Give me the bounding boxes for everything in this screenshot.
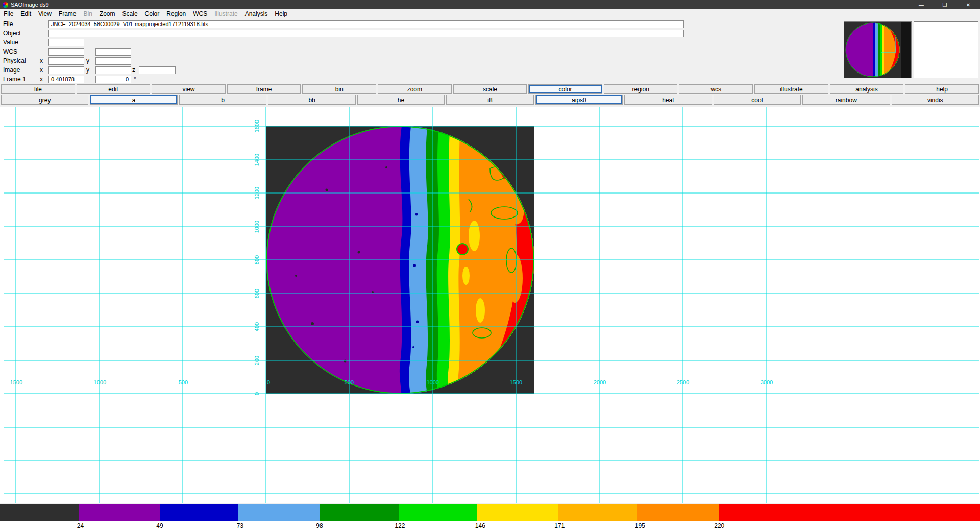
colormap-cool-button[interactable]: cool: [714, 95, 801, 105]
toolbar-zoom-button[interactable]: zoom: [378, 84, 452, 94]
y-axis-label: 800: [254, 255, 260, 264]
colormap-bb-button[interactable]: bb: [268, 95, 355, 105]
frame-x-input[interactable]: [48, 76, 84, 83]
toolbar-bin-button[interactable]: bin: [302, 84, 376, 94]
colormap-heat-button[interactable]: heat: [624, 95, 712, 105]
colorbar-segment[interactable]: [719, 504, 980, 521]
toolbar-file-button[interactable]: file: [1, 84, 75, 94]
app-icon: [3, 2, 8, 8]
panner[interactable]: [844, 21, 912, 78]
colorbar-ticks: 24 49 73 98 122 146 171 195 220: [0, 521, 980, 531]
close-button[interactable]: ✕: [957, 0, 980, 9]
object-input[interactable]: [48, 30, 684, 37]
x-axis-label: -500: [177, 379, 188, 385]
panner-thumbnail: [844, 22, 911, 78]
menu-file[interactable]: File: [0, 10, 17, 17]
colormap-a-button[interactable]: a: [90, 95, 177, 105]
menu-bar: File Edit View Frame Bin Zoom Scale Colo…: [0, 9, 980, 18]
colorbar-tick: 195: [635, 522, 645, 529]
toolbar-view-button[interactable]: view: [152, 84, 226, 94]
colorbar-segment[interactable]: [160, 504, 239, 521]
colorbar-tick: 98: [316, 522, 323, 529]
y-axis-label: 1400: [254, 154, 260, 166]
wcs-delta-input[interactable]: [95, 48, 131, 56]
colorbar-tick: 24: [77, 522, 84, 529]
object-label: Object: [0, 30, 38, 37]
colormap-i8-button[interactable]: i8: [446, 95, 533, 105]
maximize-button[interactable]: ❐: [933, 0, 957, 9]
colorbar-tick: 146: [475, 522, 485, 529]
toolbar-analysis-button[interactable]: analysis: [830, 84, 904, 94]
toolbar-frame-button[interactable]: frame: [227, 84, 301, 94]
colorbar-tick: 220: [714, 522, 724, 529]
y-axis-labels: 1600 1400 1200 1000 800 600 400 200 0: [254, 120, 260, 395]
colorbar[interactable]: [0, 504, 980, 521]
menu-color[interactable]: Color: [141, 10, 163, 17]
image-z-input[interactable]: [139, 66, 176, 74]
x-axis-label: 2000: [594, 379, 606, 385]
colorbar-segment[interactable]: [238, 504, 320, 521]
x-axis-label: 1500: [510, 379, 522, 385]
menu-zoom[interactable]: Zoom: [96, 10, 119, 17]
colormap-viridis-button[interactable]: viridis: [892, 95, 979, 105]
toolbar-illustrate-button[interactable]: illustrate: [754, 84, 828, 94]
toolbar-scale-button[interactable]: scale: [453, 84, 527, 94]
frame-y-input[interactable]: [95, 76, 131, 83]
magnifier[interactable]: [914, 21, 978, 78]
colorbar-tick: 73: [237, 522, 243, 529]
colorbar-segment[interactable]: [399, 504, 477, 521]
colorbar-segment[interactable]: [637, 504, 719, 521]
colorbar-segment[interactable]: [0, 504, 79, 521]
physical-label: Physical: [0, 57, 38, 64]
y-axis-label: 200: [254, 356, 260, 365]
colormap-rainbow-button[interactable]: rainbow: [802, 95, 890, 105]
image-viewer[interactable]: -1500 -1000 -500 0 500 1000 1500 2000 25…: [0, 107, 980, 503]
image-x-label: x: [38, 66, 48, 74]
physical-y-input[interactable]: [95, 57, 131, 65]
value-input[interactable]: [48, 39, 84, 46]
toolbar-region-button[interactable]: region: [604, 84, 678, 94]
x-axis-label: 2500: [677, 379, 689, 385]
info-panel: File Object Value WCS Physical x y: [0, 18, 980, 84]
physical-y-label: y: [84, 57, 95, 64]
menu-scale[interactable]: Scale: [119, 10, 141, 17]
colorbar-segment[interactable]: [558, 504, 637, 521]
image-y-label: y: [84, 66, 95, 74]
minimize-button[interactable]: —: [910, 0, 933, 9]
menu-illustrate: Illustrate: [211, 10, 241, 17]
x-axis-label: 500: [345, 379, 354, 385]
title-bar: SAOImage ds9 — ❐ ✕: [0, 0, 980, 9]
menu-view[interactable]: View: [35, 10, 55, 17]
y-axis-label: 1600: [254, 120, 260, 132]
menu-region[interactable]: Region: [163, 10, 189, 17]
menu-analysis[interactable]: Analysis: [241, 10, 272, 17]
y-axis-label: 0: [254, 392, 260, 395]
image-label: Image: [0, 66, 38, 74]
wcs-alpha-input[interactable]: [48, 48, 84, 56]
menu-wcs[interactable]: WCS: [189, 10, 211, 17]
colorbar-segment[interactable]: [477, 504, 558, 521]
toolbar-color-button[interactable]: color: [528, 84, 602, 94]
toolbar-edit-button[interactable]: edit: [77, 84, 151, 94]
colorbar-tick: 49: [156, 522, 163, 529]
menu-help[interactable]: Help: [271, 10, 291, 17]
colormap-b-button[interactable]: b: [179, 95, 266, 105]
frame-label: Frame 1: [0, 76, 38, 83]
colorbar-segment[interactable]: [320, 504, 399, 521]
colormap-grey-button[interactable]: grey: [1, 95, 88, 105]
colormap-he-button[interactable]: he: [357, 95, 445, 105]
file-label: File: [0, 20, 38, 28]
menu-frame[interactable]: Frame: [55, 10, 80, 17]
file-input[interactable]: [48, 20, 684, 28]
y-axis-label: 400: [254, 322, 260, 331]
menu-edit[interactable]: Edit: [17, 10, 35, 17]
colorbar-segment[interactable]: [79, 504, 160, 521]
x-axis-label: 0: [267, 379, 270, 385]
image-x-input[interactable]: [48, 66, 84, 74]
image-y-input[interactable]: [95, 66, 131, 74]
toolbar-help-button[interactable]: help: [905, 84, 979, 94]
toolbar-wcs-button[interactable]: wcs: [679, 84, 753, 94]
colormap-aips0-button[interactable]: aips0: [535, 95, 623, 105]
colormap-toolbar: grey a b bb he i8 aips0 heat cool rainbo…: [0, 94, 980, 105]
physical-x-input[interactable]: [48, 57, 84, 65]
